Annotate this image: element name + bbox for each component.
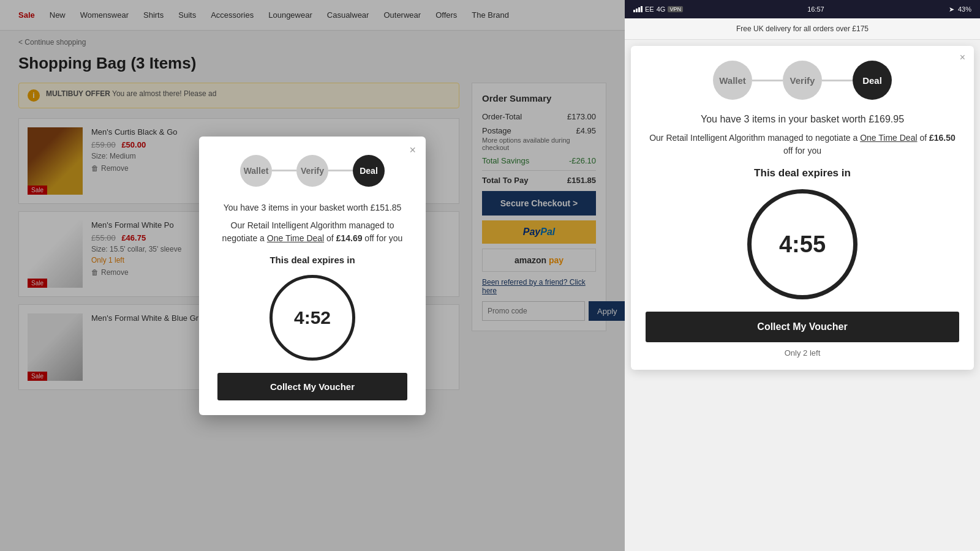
- mobile-step-verify: Verify: [783, 61, 822, 100]
- modal-close-button[interactable]: ×: [409, 144, 416, 157]
- signal-bars: [633, 6, 643, 12]
- carrier-label: EE: [645, 6, 654, 13]
- mobile-delivery-banner: Free UK delivery for all orders over £17…: [625, 18, 980, 40]
- mobile-stock-text: Only 2 left: [646, 348, 959, 358]
- step-line-2: [328, 170, 353, 171]
- timer-container: 4:52: [217, 275, 407, 361]
- mobile-view: EE 4G VPN 16:57 ➤ 43% Free UK delivery f…: [625, 0, 980, 551]
- battery-label: 43%: [958, 6, 971, 13]
- modal-overlay: × Wallet Verify Deal You have 3 items in…: [0, 0, 625, 551]
- countdown-timer: 4:52: [270, 275, 355, 361]
- status-bar: EE 4G VPN 16:57 ➤ 43%: [625, 0, 980, 18]
- step-line-1: [272, 170, 296, 171]
- mobile-deal-modal: × Wallet Verify Deal You have 3 items in…: [631, 46, 974, 370]
- collect-voucher-button[interactable]: Collect My Voucher: [217, 373, 407, 400]
- steps-indicator: Wallet Verify Deal: [217, 155, 407, 187]
- mobile-steps-indicator: Wallet Verify Deal: [646, 61, 959, 100]
- bar-2: [636, 9, 638, 12]
- step-deal: Deal: [353, 155, 385, 187]
- bar-1: [633, 10, 635, 12]
- deal-text: Our Retail Intelligent Algorithm managed…: [217, 219, 407, 245]
- desktop-view: Sale New Womenswear Shirts Suits Accesso…: [0, 0, 625, 551]
- mobile-basket-text: You have 3 items in your basket worth £1…: [646, 112, 959, 127]
- deal-link[interactable]: One Time Deal: [267, 233, 324, 243]
- mobile-step-wallet: Wallet: [713, 61, 752, 100]
- mobile-countdown-timer: 4:55: [747, 189, 858, 299]
- mobile-step-line-1: [752, 80, 783, 81]
- status-left: EE 4G VPN: [633, 6, 683, 13]
- mobile-step-line-2: [822, 80, 853, 81]
- step-verify: Verify: [296, 155, 328, 187]
- mobile-deal-expires-label: This deal expires in: [646, 167, 959, 179]
- status-time: 16:57: [807, 6, 824, 13]
- bar-3: [638, 7, 640, 12]
- bar-4: [641, 6, 643, 12]
- deal-modal: × Wallet Verify Deal You have 3 items in…: [199, 137, 426, 415]
- mobile-collect-voucher-button[interactable]: Collect My Voucher: [646, 312, 959, 342]
- vpn-label: VPN: [668, 6, 683, 12]
- mobile-deal-text: Our Retail Intelligent Algorithm managed…: [646, 132, 959, 157]
- network-label: 4G: [657, 6, 666, 13]
- status-right: ➤ 43%: [949, 6, 971, 13]
- mobile-timer-container: 4:55: [646, 189, 959, 299]
- deal-expires-label: This deal expires in: [217, 255, 407, 265]
- location-icon: ➤: [949, 6, 954, 13]
- mobile-deal-link[interactable]: One Time Deal: [860, 133, 917, 143]
- mobile-step-deal: Deal: [853, 61, 892, 100]
- step-wallet: Wallet: [240, 155, 272, 187]
- basket-text: You have 3 items in your basket worth £1…: [217, 201, 407, 214]
- mobile-modal-close-button[interactable]: ×: [960, 52, 965, 63]
